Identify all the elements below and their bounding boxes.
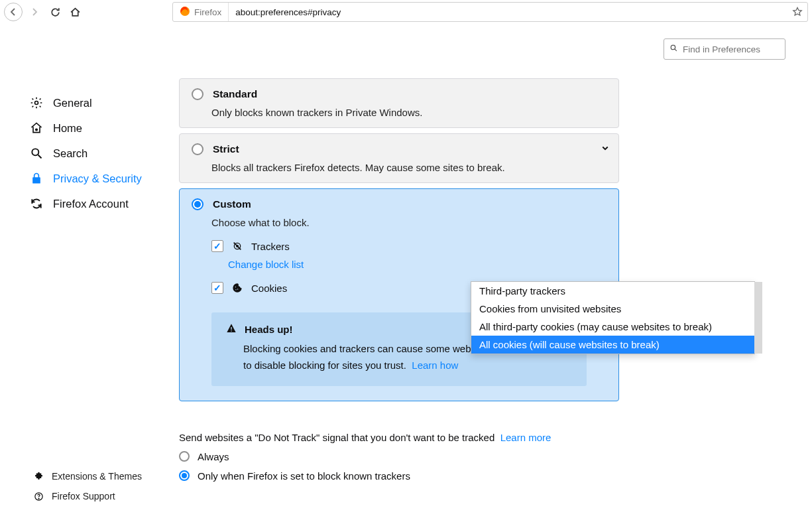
sidebar-item-label: Firefox Account [53,198,129,210]
reload-button[interactable] [46,3,64,21]
dnt-onlywhen-radio[interactable] [179,470,190,481]
dnt-always-label: Always [198,451,229,462]
site-identity[interactable]: Firefox [173,3,229,21]
firefox-icon [180,6,190,19]
dropdown-option-selected[interactable]: All cookies (will cause websites to brea… [471,336,754,354]
sidebar-support[interactable]: Firefox Support [0,486,172,506]
tracker-icon [231,241,243,251]
svg-point-2 [36,129,38,131]
svg-point-5 [38,498,39,499]
gear-icon [29,96,44,109]
svg-point-6 [671,45,675,50]
svg-rect-12 [231,327,231,330]
protection-standard-card[interactable]: Standard Only blocks known trackers in P… [179,78,619,128]
learn-how-link[interactable]: Learn how [412,360,458,371]
lock-icon [29,172,44,185]
svg-point-10 [237,289,238,289]
standard-radio[interactable] [192,88,203,100]
dnt-onlywhen-label: Only when Firefox is set to block known … [198,470,410,482]
dnt-onlywhen-row[interactable]: Only when Firefox is set to block known … [179,470,643,482]
url-text[interactable]: about:preferences#privacy [229,7,787,17]
strict-title: Strict [213,143,239,155]
dnt-learn-more-link[interactable]: Learn more [500,432,551,443]
back-button[interactable] [4,3,23,21]
sidebar-item-privacy[interactable]: Privacy & Security [0,166,172,191]
dropdown-option[interactable]: All third-party cookies (may cause websi… [471,318,754,336]
preferences-main: Standard Only blocks known trackers in P… [172,24,812,530]
forward-button[interactable] [25,3,44,21]
sidebar-footer-label: Extensions & Themes [52,471,142,482]
question-icon [33,492,44,501]
sidebar-footer-label: Firefox Support [52,491,115,501]
dnt-section: Send websites a "Do Not Track" signal th… [179,432,643,482]
dropdown-option[interactable]: Cookies from unvisited websites [471,300,754,318]
warning-icon [226,323,237,336]
svg-point-3 [32,149,38,155]
protection-strict-card[interactable]: Strict Blocks all trackers Firefox detec… [179,133,619,183]
custom-radio[interactable] [192,198,203,210]
sidebar-item-label: General [53,97,92,109]
url-bar[interactable]: Firefox about:preferences#privacy [172,2,808,22]
preferences-sidebar: General Home Search Privacy & Security [0,24,172,530]
svg-point-1 [35,101,38,105]
sidebar-item-account[interactable]: Firefox Account [0,191,172,216]
preferences-search[interactable] [664,38,785,60]
bookmark-star-button[interactable] [787,7,807,17]
strict-desc: Blocks all trackers Firefox detects. May… [211,162,607,173]
sidebar-item-search[interactable]: Search [0,141,172,166]
search-icon [29,147,44,160]
home-button[interactable] [66,3,84,21]
cookies-label: Cookies [251,283,287,294]
sidebar-extensions-themes[interactable]: Extensions & Themes [0,466,172,486]
search-icon [669,44,678,54]
cookies-dropdown[interactable]: Third-party trackers Cookies from unvisi… [471,281,755,354]
custom-desc: Choose what to block. [211,217,607,228]
svg-point-11 [235,289,236,290]
home-icon [29,121,44,135]
trackers-label: Trackers [251,241,290,252]
sidebar-item-label: Privacy & Security [53,172,142,185]
sidebar-item-home[interactable]: Home [0,115,172,141]
preferences-search-input[interactable] [683,44,780,54]
custom-title: Custom [213,198,251,210]
site-identity-label: Firefox [194,7,221,17]
sidebar-item-general[interactable]: General [0,90,172,115]
sidebar-item-label: Home [53,122,82,135]
standard-desc: Only blocks known trackers in Private Wi… [211,107,607,118]
sync-icon [29,197,44,210]
puzzle-icon [33,472,44,482]
cookie-icon [231,283,243,293]
strict-radio[interactable] [192,143,203,155]
change-block-list-link[interactable]: Change block list [228,259,607,270]
dnt-always-radio[interactable] [179,451,190,462]
browser-toolbar: Firefox about:preferences#privacy [0,0,812,24]
trackers-row: Trackers [211,240,607,252]
sidebar-item-label: Search [53,147,87,160]
dropdown-scrollbar[interactable] [754,282,762,354]
trackers-checkbox[interactable] [211,240,223,252]
dropdown-option[interactable]: Third-party trackers [471,282,754,300]
dnt-always-row[interactable]: Always [179,451,643,462]
standard-title: Standard [213,88,257,100]
heads-up-title: Heads up! [245,324,293,335]
cookies-checkbox[interactable] [211,282,223,294]
svg-rect-13 [231,330,231,331]
dnt-intro: Send websites a "Do Not Track" signal th… [179,432,494,443]
chevron-down-icon[interactable] [601,143,609,154]
svg-point-9 [235,287,236,287]
